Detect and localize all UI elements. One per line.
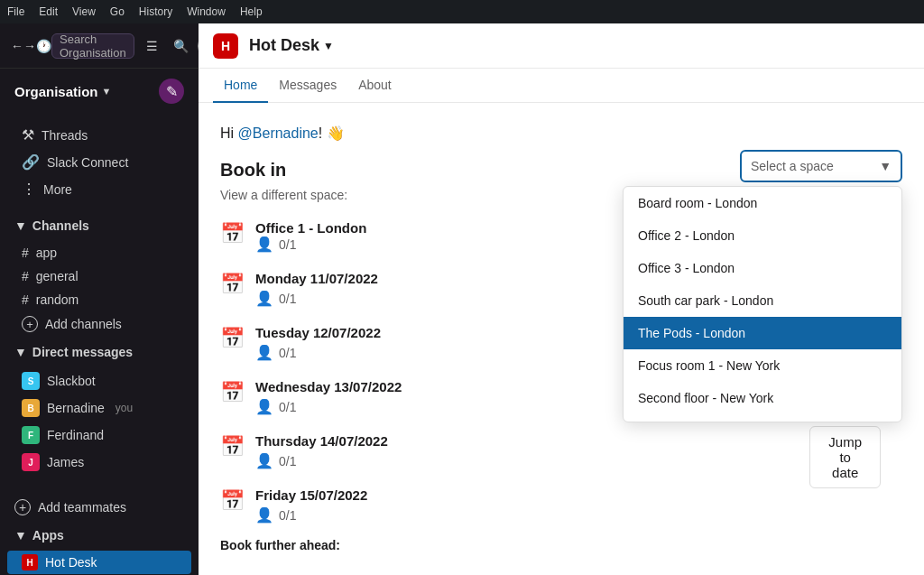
dropdown-scroll-area[interactable]: Board room - London Office 2 - London Of…: [624, 187, 901, 422]
greeting-text: Hi @Bernadine! 👋: [220, 125, 902, 142]
sidebar-nav: ⚒ Threads 🔗 Slack Connect ⋮ More: [0, 114, 199, 210]
apps-section-header[interactable]: ▼ Apps: [0, 524, 199, 547]
book-further-label: Book further ahead:: [220, 538, 902, 552]
app-title[interactable]: Hot Desk ▼: [249, 36, 334, 55]
sidebar: ← → 🕐 Search Organisation ☰ 🔍 ? U Organi…: [0, 23, 199, 575]
james-avatar: J: [22, 453, 40, 471]
search-placeholder: Search Organisation: [60, 32, 126, 60]
hash-icon: #: [22, 269, 29, 283]
hot-desk-logo: H: [22, 554, 38, 570]
calendar-icon: 📅: [220, 327, 245, 350]
hash-icon: #: [22, 292, 29, 307]
menu-edit[interactable]: Edit: [39, 5, 58, 18]
tab-home[interactable]: Home: [213, 69, 268, 103]
dropdown-item-second-floor[interactable]: Second floor - New York: [624, 382, 901, 414]
dm-bernadine[interactable]: B Bernadine you: [7, 395, 191, 421]
calendar-icon: 📅: [220, 435, 245, 459]
filter-icon[interactable]: ☰: [140, 33, 165, 59]
calendar-icon: 📅: [220, 381, 245, 404]
menu-history[interactable]: History: [139, 5, 172, 18]
channel-general[interactable]: # general: [7, 265, 191, 287]
org-header: Organisation ▼ ✎: [0, 69, 199, 114]
slackbot-avatar: S: [22, 372, 40, 390]
org-chevron-icon: ▼: [102, 86, 112, 97]
sidebar-item-slack-connect[interactable]: 🔗 Slack Connect: [7, 149, 191, 175]
app-header: H Hot Desk ▼: [199, 23, 924, 69]
person-icon: 👤: [255, 290, 273, 307]
channels-collapse-icon: ▼: [14, 218, 27, 233]
dropdown-item-focus-room[interactable]: Focus room 1 - New York: [624, 349, 901, 382]
you-label: you: [116, 402, 133, 414]
sidebar-item-threads[interactable]: ⚒ Threads: [7, 122, 191, 148]
sidebar-item-more[interactable]: ⋮ More: [7, 176, 191, 202]
threads-icon: ⚒: [22, 126, 34, 144]
compose-button[interactable]: ✎: [159, 79, 184, 104]
tab-about[interactable]: About: [347, 69, 402, 103]
menu-view[interactable]: View: [72, 5, 96, 18]
menu-go[interactable]: Go: [110, 5, 125, 18]
hash-icon: #: [22, 246, 29, 260]
app-hot-desk[interactable]: H Hot Desk: [7, 551, 191, 574]
back-button[interactable]: ←: [11, 33, 23, 59]
booking-occupancy: 👤 0/1: [255, 452, 902, 469]
person-icon: 👤: [255, 398, 273, 415]
select-space-container: Select a space ▼ Board room - London Off…: [740, 150, 902, 182]
add-teammates[interactable]: + Add teammates: [0, 495, 199, 520]
menu-file[interactable]: File: [7, 5, 24, 18]
ferdinand-avatar: F: [22, 426, 40, 444]
menu-bar: File Edit View Go History Window Help: [0, 0, 924, 23]
history-button[interactable]: 🕐: [36, 33, 51, 59]
channel-app[interactable]: # app: [7, 242, 191, 264]
space-dropdown: Board room - London Office 2 - London Of…: [623, 186, 902, 422]
booking-row-friday: 📅 Friday 15/07/2022 👤 0/1: [220, 484, 902, 527]
dropdown-item-the-pods[interactable]: The Pods - London: [624, 317, 901, 349]
dm-james[interactable]: J James: [7, 450, 191, 475]
jump-to-date-button[interactable]: Jump to date: [809, 426, 881, 488]
tabs-bar: Home Messages About: [199, 69, 924, 103]
person-icon: 👤: [255, 506, 273, 524]
dropdown-item-board-room[interactable]: Board room - London: [624, 187, 901, 219]
search-icon[interactable]: 🔍: [169, 33, 194, 59]
booking-occupancy: 👤 0/1: [255, 506, 902, 524]
person-icon: 👤: [255, 452, 273, 469]
dropdown-item-bean-bag[interactable]: Bean bag room - Sydney: [624, 414, 901, 422]
booking-row-thursday: 📅 Thursday 14/07/2022 👤 0/1: [220, 430, 902, 473]
dm-slackbot[interactable]: S Slackbot: [7, 368, 191, 394]
app-logo: H: [213, 33, 238, 59]
dm-collapse-icon: ▼: [14, 345, 27, 359]
org-name[interactable]: Organisation ▼: [14, 84, 111, 99]
app-title-chevron-icon: ▼: [323, 40, 334, 52]
menu-help[interactable]: Help: [240, 5, 263, 18]
tab-messages[interactable]: Messages: [268, 69, 347, 103]
content-area: Hi @Bernadine! 👋 Book in View a differen…: [199, 103, 924, 575]
mention[interactable]: @Bernadine: [238, 125, 319, 141]
add-teammates-icon: +: [14, 499, 31, 515]
dropdown-item-office2[interactable]: Office 2 - London: [624, 219, 901, 252]
calendar-icon: 📅: [220, 273, 245, 296]
select-space-chevron-icon: ▼: [879, 159, 892, 173]
add-channels-icon: +: [22, 316, 38, 332]
booking-date: Friday 15/07/2022: [255, 487, 902, 503]
more-icon: ⋮: [22, 181, 36, 198]
person-icon: 👤: [255, 236, 273, 253]
dm-section-header[interactable]: ▼ Direct messages: [0, 340, 199, 364]
forward-button[interactable]: →: [23, 33, 36, 59]
dm-ferdinand[interactable]: F Ferdinand: [7, 422, 191, 448]
apps-collapse-icon: ▼: [14, 528, 27, 543]
select-space-button[interactable]: Select a space ▼: [740, 150, 902, 182]
channel-random[interactable]: # random: [7, 289, 191, 311]
person-icon: 👤: [255, 344, 273, 361]
search-input[interactable]: Search Organisation: [51, 33, 134, 59]
calendar-icon: 📅: [220, 489, 245, 513]
slack-connect-icon: 🔗: [22, 153, 40, 171]
menu-window[interactable]: Window: [187, 5, 226, 18]
bernadine-avatar: B: [22, 399, 40, 417]
channels-section-header[interactable]: ▼ Channels: [0, 214, 199, 237]
main-content: H Hot Desk ▼ Home Messages About Hi @Ber…: [199, 23, 924, 575]
add-channels[interactable]: + Add channels: [7, 312, 191, 336]
dropdown-item-office3[interactable]: Office 3 - London: [624, 252, 901, 284]
booking-date: Thursday 14/07/2022: [255, 433, 902, 449]
dropdown-item-south-car-park[interactable]: South car park - London: [624, 284, 901, 317]
calendar-icon: 📅: [220, 222, 245, 246]
